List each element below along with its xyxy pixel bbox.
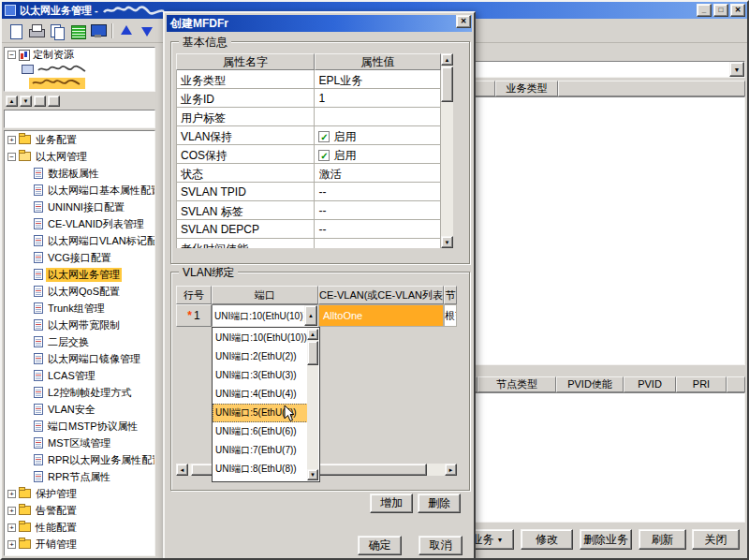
expand-toggle-icon[interactable]: + bbox=[7, 540, 16, 549]
minimize-icon[interactable]: _ bbox=[697, 4, 712, 17]
tree-item[interactable]: 以太网端口VLAN标记配置 bbox=[5, 232, 154, 249]
ce-vlan-cell[interactable]: AlltoOne bbox=[318, 304, 444, 327]
property-value[interactable] bbox=[315, 239, 441, 248]
expand-toggle-icon[interactable]: + bbox=[7, 523, 16, 532]
remove-button[interactable]: 删除 bbox=[418, 494, 461, 513]
scroll-right-icon[interactable]: ► bbox=[445, 464, 457, 476]
dropdown-scrollbar[interactable]: ▲ ▼ bbox=[307, 329, 318, 480]
up-arrow-icon[interactable] bbox=[117, 22, 136, 40]
detail-column-header[interactable]: PRI bbox=[676, 376, 727, 392]
ok-button[interactable]: 确定 bbox=[358, 536, 402, 555]
sort-down-icon[interactable]: ▼ bbox=[20, 96, 32, 107]
dropdown-option[interactable]: UNI端口:4(EthU(4)) bbox=[213, 385, 308, 404]
dropdown-option[interactable]: UNI端口:7(EthU(7)) bbox=[213, 441, 308, 460]
scroll-thumb[interactable] bbox=[307, 341, 318, 365]
expand-toggle-icon[interactable]: + bbox=[7, 490, 16, 498]
close-icon[interactable]: ✕ bbox=[456, 15, 471, 28]
expand-toggle-icon[interactable]: + bbox=[7, 136, 16, 144]
expand-toggle-icon[interactable]: − bbox=[7, 153, 16, 161]
tree-item[interactable]: 二层交换 bbox=[5, 333, 154, 350]
property-value[interactable]: EPL业务 bbox=[315, 70, 441, 89]
tree-item[interactable]: CE-VLANID列表管理 bbox=[5, 215, 154, 232]
dropdown-option[interactable]: UNI端口:6(EthU(6)) bbox=[213, 422, 308, 441]
tree-item[interactable]: MST区域管理 bbox=[5, 435, 154, 451]
tree-item[interactable]: +告警配置 bbox=[5, 502, 154, 519]
node-type-cell[interactable]: 根节 bbox=[444, 304, 457, 327]
close-button[interactable]: 关闭 bbox=[692, 529, 740, 550]
property-value[interactable]: 1 bbox=[315, 89, 441, 108]
tree-item[interactable]: +开销管理 bbox=[5, 536, 154, 553]
property-value[interactable]: ✓启用 bbox=[315, 126, 441, 145]
chevron-down-icon[interactable]: ▼ bbox=[729, 62, 744, 77]
tree-item[interactable]: 以太网带宽限制 bbox=[5, 317, 154, 333]
copy-icon[interactable] bbox=[48, 22, 66, 40]
dropdown-option[interactable]: UNI端口:3(EthU(3)) bbox=[213, 366, 308, 385]
expand-toggle-icon[interactable]: − bbox=[7, 51, 16, 59]
scroll-up-icon[interactable]: ▲ bbox=[307, 329, 318, 340]
property-value[interactable]: -- bbox=[315, 220, 441, 239]
sort-up-icon[interactable]: ▲ bbox=[6, 96, 18, 107]
close-icon[interactable]: ✕ bbox=[730, 4, 745, 17]
property-value[interactable]: 激活 bbox=[315, 164, 441, 183]
new-doc-icon[interactable] bbox=[7, 22, 25, 40]
tree-item[interactable]: VLAN安全 bbox=[5, 401, 154, 418]
port-combo[interactable]: UNI端口:10(EthU(10)) ▲ bbox=[212, 304, 318, 327]
print-icon[interactable] bbox=[27, 22, 46, 40]
tree-item[interactable]: L2控制帧处理方式 bbox=[5, 384, 154, 401]
tree-item[interactable]: 以太网端口基本属性配置 bbox=[5, 182, 154, 199]
property-value[interactable]: -- bbox=[315, 183, 441, 201]
tree-item[interactable]: UNINNI接口配置 bbox=[5, 199, 154, 215]
filter-input[interactable] bbox=[4, 110, 155, 128]
property-value[interactable]: ✓启用 bbox=[315, 145, 441, 164]
tree-item[interactable]: Trunk组管理 bbox=[5, 300, 154, 317]
tree-item[interactable]: 端口MSTP协议属性 bbox=[5, 418, 154, 435]
scroll-left-icon[interactable]: ◄ bbox=[176, 464, 188, 476]
tree-item[interactable]: 以太网端口镜像管理 bbox=[5, 350, 154, 367]
tree-item[interactable]: VCG接口配置 bbox=[5, 249, 154, 266]
cancel-button[interactable]: 取消 bbox=[419, 536, 463, 555]
detail-column-header[interactable]: PVID bbox=[624, 376, 676, 392]
detail-column-header[interactable]: 节点类型 bbox=[477, 376, 556, 392]
expand-toggle-icon[interactable]: + bbox=[7, 507, 16, 515]
dropdown-option[interactable]: UNI端口:2(EthU(2)) bbox=[213, 347, 308, 366]
tree-item[interactable]: LCAS管理 bbox=[5, 367, 154, 384]
scroll-down-icon[interactable]: ▼ bbox=[307, 469, 318, 480]
property-value[interactable]: -- bbox=[315, 201, 441, 220]
resource-child-item[interactable] bbox=[5, 76, 154, 90]
mini-tool-icon[interactable] bbox=[34, 96, 46, 107]
tree-item[interactable]: +业务配置 bbox=[5, 131, 154, 148]
mini-tool-icon[interactable] bbox=[48, 96, 60, 107]
checkbox[interactable]: ✓ bbox=[318, 150, 330, 161]
tree-item[interactable]: +保护管理 bbox=[5, 485, 154, 502]
tree-item[interactable]: 数据板属性 bbox=[5, 165, 154, 182]
dropdown-option[interactable]: UNI端口:10(EthU(10)) bbox=[213, 329, 308, 347]
detail-column-header[interactable]: PVID使能 bbox=[556, 376, 624, 392]
vlan-column-header[interactable]: 端口 bbox=[212, 286, 318, 304]
dropdown-option[interactable]: UNI端口:8(EthU(8)) bbox=[213, 460, 308, 479]
monitor-icon[interactable] bbox=[89, 22, 108, 40]
property-name-header[interactable]: 属性名字 bbox=[176, 53, 315, 70]
tree-item[interactable]: −以太网管理 bbox=[5, 148, 154, 165]
tree-item[interactable]: 以太网QoS配置 bbox=[5, 283, 154, 300]
property-value-header[interactable]: 属性值 bbox=[315, 53, 441, 70]
tree-item[interactable]: RPR节点属性 bbox=[5, 468, 154, 485]
scroll-down-icon[interactable]: ▼ bbox=[441, 236, 453, 248]
scroll-thumb[interactable] bbox=[441, 66, 453, 102]
refresh-button[interactable]: 刷新 bbox=[639, 529, 686, 550]
vlan-column-header[interactable]: 行号 bbox=[176, 286, 212, 304]
property-value[interactable] bbox=[315, 108, 441, 126]
tree-item[interactable]: 以太网业务管理 bbox=[5, 266, 154, 283]
vlan-column-header[interactable]: CE-VLAN(或CE-VLAN列表号) bbox=[318, 286, 444, 304]
checkbox[interactable]: ✓ bbox=[318, 131, 330, 142]
scroll-up-icon[interactable]: ▲ bbox=[441, 53, 453, 66]
add-button[interactable]: 增加 bbox=[370, 494, 413, 513]
vertical-scrollbar[interactable]: ▲ ▼ bbox=[441, 53, 453, 248]
list-icon[interactable] bbox=[68, 22, 87, 40]
list-column-header[interactable]: 业务类型 bbox=[495, 81, 558, 96]
tree-item[interactable]: +性能配置 bbox=[5, 519, 154, 536]
chevron-up-icon[interactable]: ▲ bbox=[304, 305, 317, 326]
down-arrow-icon[interactable] bbox=[138, 22, 156, 40]
tree-item[interactable]: RPR以太网业务属性配置 bbox=[5, 451, 154, 468]
maximize-icon[interactable]: □ bbox=[713, 4, 728, 17]
modify-button[interactable]: 修改 bbox=[521, 529, 573, 550]
